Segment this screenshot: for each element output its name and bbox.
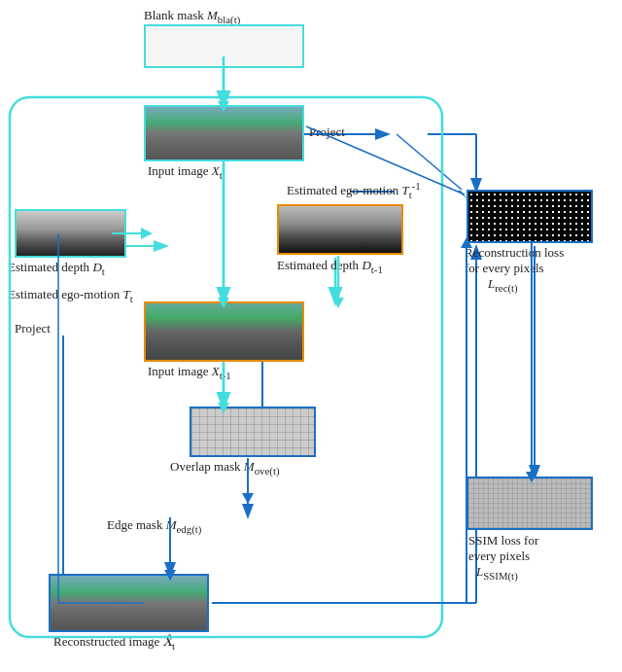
estimated-depth-t-image [15,209,126,258]
estimated-egomotion-t-label: Estimated ego-motion Tt [8,287,133,304]
project2-label: Project [15,321,51,336]
edge-mask-label: Edge mask Medg(t) [107,517,201,535]
reconstruction-loss-var: Lrec(t) [488,276,518,294]
diagram: Blank mask Mbla(t) Input image Xt Projec… [0,0,622,672]
input-image-t1-image [144,301,304,362]
estimated-egomotion-inv-label: Estimated ego-motion Tt-1 [287,180,421,200]
ssim-loss-label2: every pixels [468,548,530,564]
input-image-t1-label: Input image Xt-1 [148,364,231,381]
svg-marker-32 [141,228,153,239]
reconstructed-label: Reconstructed image X̂t [53,634,175,652]
project1-label: Project [309,124,345,140]
svg-marker-28 [242,493,254,504]
ssim-loss-label: SSIM loss for [468,533,538,548]
ssim-loss-image [466,477,593,530]
reconstruction-loss-image [466,190,593,243]
blank-mask-label: Blank mask Mbla(t) [144,8,240,25]
estimated-depth-t-label: Estimated depth Dt [8,260,105,277]
overlap-mask-image [190,407,316,457]
ssim-loss-var: LSSIM(t) [476,564,518,582]
input-image-t [144,105,304,161]
overlap-mask-label: Overlap mask Move(t) [170,459,280,477]
reconstruction-loss-label2: for every pixels [465,261,544,276]
estimated-depth-t1-label: Estimated depth Dt-1 [277,258,383,275]
reconstructed-image [49,574,209,632]
input-image-t-label: Input image Xt [148,163,223,181]
flow-border-svg [0,0,622,672]
svg-marker-24 [332,298,344,308]
estimated-depth-t1-image [277,204,403,255]
reconstruction-loss-label: Reconstruction loss [465,245,564,261]
arrows-svg [0,0,622,672]
blank-mask-image [144,24,304,68]
